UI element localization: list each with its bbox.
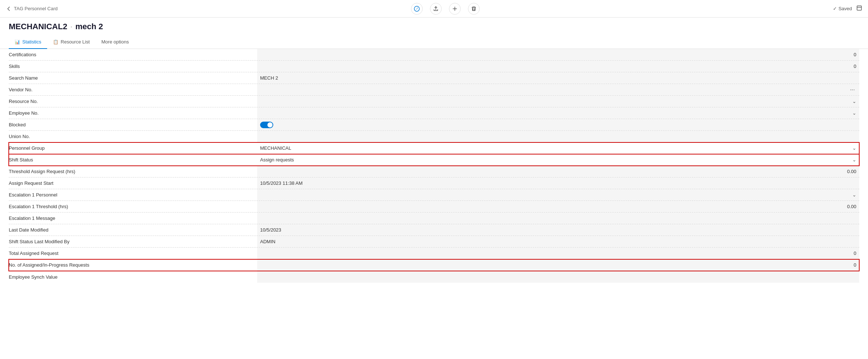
field-label: Shift Status: [9, 154, 257, 165]
field-label: Escalation 1 Personnel: [9, 189, 257, 200]
numeric-value: 0.00: [847, 204, 856, 209]
numeric-value: 0: [854, 262, 856, 268]
numeric-value: 0.00: [847, 169, 856, 174]
toggle-switch[interactable]: [260, 122, 273, 128]
chevron-down-icon[interactable]: ⌄: [852, 192, 856, 198]
field-label: Last Date Modified: [9, 224, 257, 236]
form-row: Total Assigned Request0: [9, 248, 859, 259]
chevron-down-icon[interactable]: ⌄: [852, 145, 856, 151]
back-label: TAG Personnel Card: [14, 6, 58, 11]
text-value[interactable]: ADMIN: [260, 239, 275, 244]
record-code: MECHANICAL2: [9, 22, 67, 31]
form-row: Vendor No.···: [9, 84, 859, 96]
field-value[interactable]: ADMIN: [257, 236, 859, 247]
text-value[interactable]: 10/5/2023 11:38 AM: [260, 180, 302, 186]
form-row: Resource No.⌄: [9, 96, 859, 107]
page-header: MECHANICAL2·mech 2: [0, 18, 868, 31]
field-label: Blocked: [9, 119, 257, 130]
field-value[interactable]: ···: [257, 84, 859, 95]
delete-button[interactable]: [468, 3, 480, 15]
toolbar: [58, 3, 833, 15]
resource-list-tab-icon: 📋: [53, 39, 58, 45]
share-button[interactable]: [430, 3, 442, 15]
field-value[interactable]: ⌄: [257, 189, 859, 200]
tab-more-options[interactable]: More options: [96, 35, 135, 49]
field-value[interactable]: MECHANICAL⌄: [257, 142, 859, 154]
field-value[interactable]: [257, 131, 859, 142]
field-value[interactable]: 0: [257, 259, 859, 271]
field-value[interactable]: 0: [257, 49, 859, 60]
tab-statistics[interactable]: 📊 Statistics: [9, 35, 47, 49]
fields-section: Certifications0Skills0Search NameMECH 2V…: [9, 49, 859, 283]
field-label: Personnel Group: [9, 142, 257, 154]
field-label: Employee Synch Value: [9, 271, 257, 283]
field-value[interactable]: MECH 2: [257, 72, 859, 84]
toggle-thumb: [267, 122, 273, 127]
dropdown-value: Assign requests: [260, 157, 852, 163]
ellipsis-button[interactable]: ···: [849, 87, 856, 93]
field-value[interactable]: 0: [257, 248, 859, 259]
tab-resource-list[interactable]: 📋 Resource List: [47, 35, 95, 49]
chevron-down-icon[interactable]: ⌄: [852, 110, 856, 116]
field-value[interactable]: [257, 213, 859, 224]
form-row: Employee Synch Value: [9, 271, 859, 283]
dropdown-value: MECHANICAL: [260, 145, 852, 151]
form-area: Certifications0Skills0Search NameMECH 2V…: [0, 49, 868, 283]
form-row: Escalation 1 Threshold (hrs)0.00: [9, 201, 859, 213]
collapse-icon[interactable]: [856, 5, 862, 12]
field-value[interactable]: ⌄: [257, 107, 859, 119]
numeric-value: 0: [854, 251, 856, 256]
field-label: Certifications: [9, 49, 257, 60]
statistics-tab-icon: 📊: [15, 39, 20, 45]
text-value[interactable]: 10/5/2023: [260, 227, 281, 233]
field-label: Escalation 1 Message: [9, 213, 257, 224]
form-row: Certifications0: [9, 49, 859, 61]
form-row: Escalation 1 Personnel⌄: [9, 189, 859, 201]
tabs-container: 📊 Statistics 📋 Resource List More option…: [0, 35, 868, 49]
field-label: Union No.: [9, 131, 257, 142]
form-row: Union No.: [9, 131, 859, 142]
form-row: Last Date Modified10/5/2023: [9, 224, 859, 236]
edit-button[interactable]: [411, 3, 423, 15]
form-row: Search NameMECH 2: [9, 72, 859, 84]
form-row: No. of Assigned/In-Progress Requests0: [9, 259, 859, 271]
add-button[interactable]: [449, 3, 461, 15]
field-value[interactable]: 0: [257, 61, 859, 72]
form-row: Blocked: [9, 119, 859, 131]
field-value[interactable]: 0.00: [257, 201, 859, 212]
toggle-track: [260, 122, 273, 128]
text-value[interactable]: MECH 2: [260, 75, 278, 81]
field-label: Escalation 1 Threshold (hrs): [9, 201, 257, 212]
form-row: Escalation 1 Message: [9, 213, 859, 224]
record-name: mech 2: [75, 22, 103, 31]
form-row: Personnel GroupMECHANICAL⌄: [9, 142, 859, 154]
form-row: Shift Status Last Modified ByADMIN: [9, 236, 859, 248]
field-label: Skills: [9, 61, 257, 72]
tab-statistics-label: Statistics: [22, 39, 41, 45]
field-value[interactable]: 10/5/2023 11:38 AM: [257, 177, 859, 189]
field-value[interactable]: ⌄: [257, 96, 859, 107]
tab-more-options-label: More options: [102, 39, 129, 45]
field-label: Threshold Assign Request (hrs): [9, 166, 257, 177]
field-value[interactable]: Assign requests⌄: [257, 154, 859, 165]
field-value[interactable]: [257, 119, 859, 130]
field-label: Resource No.: [9, 96, 257, 107]
back-button[interactable]: TAG Personnel Card: [6, 6, 58, 12]
field-value[interactable]: 10/5/2023: [257, 224, 859, 236]
chevron-down-icon[interactable]: ⌄: [852, 99, 856, 104]
form-row: Assign Request Start10/5/2023 11:38 AM: [9, 177, 859, 189]
numeric-value: 0: [854, 64, 856, 69]
form-row: Shift StatusAssign requests⌄: [9, 154, 859, 166]
chevron-down-icon[interactable]: ⌄: [852, 157, 856, 163]
field-label: Search Name: [9, 72, 257, 84]
form-row: Employee No.⌄: [9, 107, 859, 119]
form-row: Threshold Assign Request (hrs)0.00: [9, 166, 859, 177]
field-label: Employee No.: [9, 107, 257, 119]
field-value[interactable]: 0.00: [257, 166, 859, 177]
status-area: ✓ Saved: [833, 5, 862, 12]
tab-resource-list-label: Resource List: [61, 39, 90, 45]
page-title: MECHANICAL2·mech 2: [9, 22, 859, 31]
field-label: Shift Status Last Modified By: [9, 236, 257, 247]
field-label: Assign Request Start: [9, 177, 257, 189]
field-value[interactable]: [257, 271, 859, 283]
